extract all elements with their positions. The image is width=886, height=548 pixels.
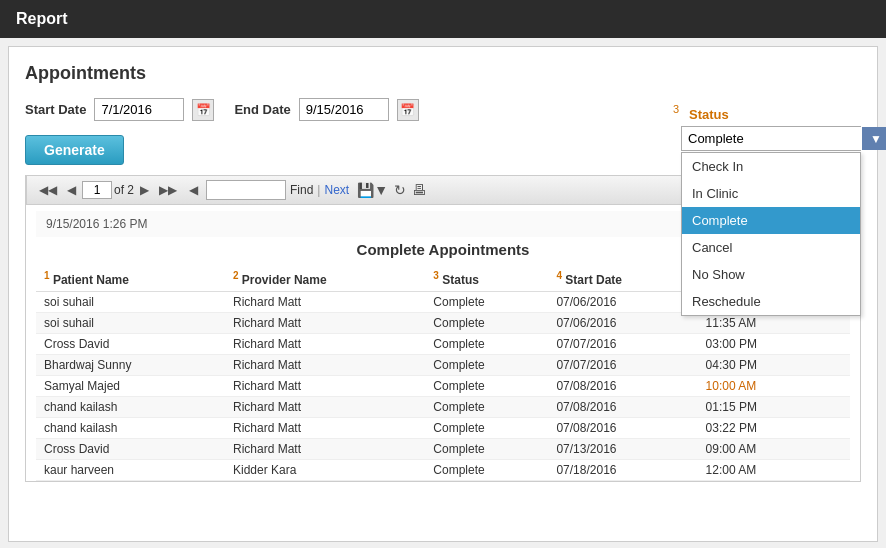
cell-patient: soi suhail [36,292,225,313]
table-row: Cross David Richard Matt Complete 07/07/… [36,334,850,355]
status-label: Status [681,107,861,122]
page-number-input[interactable] [82,181,112,199]
status-option-inclinic[interactable]: In Clinic [682,180,860,207]
title-bar-label: Report [16,10,68,27]
col-provider-name: 2 Provider Name [225,266,425,292]
col-start-date: 4 Start Date [548,266,697,292]
cell-start-time: 03:22 PM [698,418,850,439]
prev-page-button[interactable]: ◀ [63,181,80,199]
cell-status: Complete [425,418,548,439]
cell-patient: chand kailash [36,397,225,418]
status-section: 3 Status ▼ Check In In Clinic Complete C… [681,107,861,316]
status-input[interactable] [682,127,862,150]
status-option-complete[interactable]: Complete [682,207,860,234]
cell-start-date: 07/08/2016 [548,418,697,439]
cell-start-time: 10:00 AM [698,376,850,397]
cell-provider: Richard Matt [225,313,425,334]
cell-start-time: 09:00 AM [698,439,850,460]
cell-patient: Bhardwaj Sunny [36,355,225,376]
status-option-cancel[interactable]: Cancel [682,234,860,261]
toolbar-nav-group: ◀◀ ◀ of 2 ▶ ▶▶ [35,181,181,199]
cell-patient: chand kailash [36,418,225,439]
end-date-group: End Date 📅 [234,98,418,121]
generate-button[interactable]: Generate [25,135,124,165]
end-date-calendar-icon[interactable]: 📅 [397,99,419,121]
table-row: chand kailash Richard Matt Complete 07/0… [36,397,850,418]
cell-provider: Richard Matt [225,355,425,376]
last-page-button[interactable]: ▶▶ [155,181,181,199]
cell-status: Complete [425,397,548,418]
start-date-calendar-icon[interactable]: 📅 [192,99,214,121]
status-option-checkin[interactable]: Check In [682,153,860,180]
table-row: Cross David Richard Matt Complete 07/13/… [36,439,850,460]
back-button[interactable]: ◀ [185,181,202,199]
cell-provider: Richard Matt [225,334,425,355]
start-date-label: Start Date [25,102,86,117]
status-option-reschedule[interactable]: Reschedule [682,288,860,315]
table-row: kaur harveen Kidder Kara Complete 07/18/… [36,460,850,481]
cell-start-time: 04:30 PM [698,355,850,376]
table-row: Bhardwaj Sunny Richard Matt Complete 07/… [36,355,850,376]
find-input[interactable] [206,180,286,200]
status-input-row: ▼ [681,126,861,151]
cell-start-date: 07/08/2016 [548,397,697,418]
cell-start-time: 01:15 PM [698,397,850,418]
page-of-label: of 2 [114,183,134,197]
cell-start-date: 07/08/2016 [548,376,697,397]
cell-start-date: 07/06/2016 [548,313,697,334]
col-patient-name: 1 Patient Name [36,266,225,292]
cell-start-date: 07/07/2016 [548,355,697,376]
end-date-label: End Date [234,102,290,117]
col-status: 3 Status [425,266,548,292]
cell-start-date: 07/06/2016 [548,292,697,313]
cell-provider: Richard Matt [225,439,425,460]
cell-patient: Cross David [36,439,225,460]
end-date-input[interactable] [299,98,389,121]
cell-patient: kaur harveen [36,460,225,481]
cell-start-time: 12:00 AM [698,460,850,481]
main-content: Appointments Start Date 📅 End Date 📅 3 S… [8,46,878,542]
status-dropdown-menu: Check In In Clinic Complete Cancel No Sh… [681,152,861,316]
cell-status: Complete [425,355,548,376]
status-option-noshow[interactable]: No Show [682,261,860,288]
cell-start-date: 07/18/2016 [548,460,697,481]
status-number: 3 [673,103,679,115]
cell-patient: soi suhail [36,313,225,334]
status-dropdown-button[interactable]: ▼ [862,127,886,150]
cell-provider: Richard Matt [225,292,425,313]
cell-status: Complete [425,313,548,334]
cell-provider: Richard Matt [225,418,425,439]
cell-status: Complete [425,334,548,355]
page-title: Appointments [25,63,861,84]
start-date-group: Start Date 📅 [25,98,214,121]
export-icon[interactable]: 💾▼ [357,182,388,198]
cell-start-date: 07/07/2016 [548,334,697,355]
start-date-input[interactable] [94,98,184,121]
cell-patient: Cross David [36,334,225,355]
cell-start-date: 07/13/2016 [548,439,697,460]
cell-provider: Richard Matt [225,376,425,397]
find-label: Find [290,183,313,197]
cell-start-time: 03:00 PM [698,334,850,355]
first-page-button[interactable]: ◀◀ [35,181,61,199]
cell-provider: Kidder Kara [225,460,425,481]
title-bar: Report [0,0,886,38]
refresh-icon[interactable]: ↻ [394,182,406,198]
table-row: chand kailash Richard Matt Complete 07/0… [36,418,850,439]
cell-status: Complete [425,376,548,397]
toolbar-right: 💾▼ ↻ 🖶 [357,182,426,198]
print-icon[interactable]: 🖶 [412,182,426,198]
cell-status: Complete [425,292,548,313]
table-row: Samyal Majed Richard Matt Complete 07/08… [36,376,850,397]
next-page-button[interactable]: ▶ [136,181,153,199]
cell-status: Complete [425,439,548,460]
find-separator: | [317,183,320,197]
find-next-link[interactable]: Next [324,183,349,197]
cell-status: Complete [425,460,548,481]
cell-patient: Samyal Majed [36,376,225,397]
cell-provider: Richard Matt [225,397,425,418]
